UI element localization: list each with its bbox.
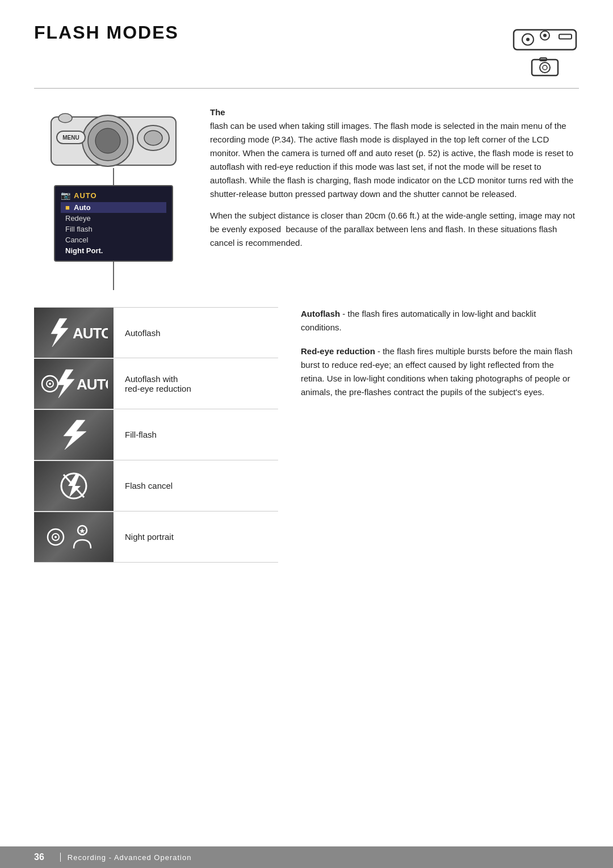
footer-section-title: Recording - Advanced Operation [68,853,192,862]
lcd-menu-item-nightport: Night Port. [61,245,166,256]
flash-row-flashcancel: Flash cancel [34,460,278,511]
nightportrait-label-text: Night portrait [125,532,174,542]
autoflash-description: Autoflash - the flash fires automaticall… [301,307,579,334]
flash-row-fillflash: Fill-flash [34,409,278,460]
camera-body-icon [531,57,559,77]
lcd-item-label-1: Auto [74,203,91,212]
autoflash-icon-cell: AUTO [34,308,114,358]
page-footer: 36 Recording - Advanced Operation [0,846,613,868]
autoflash-desc-title: Autoflash [301,309,340,318]
svg-text:AUTO: AUTO [77,376,108,393]
lcd-menu-item-auto: ■ Auto [61,202,166,213]
autoflash-icon: AUTO [40,316,108,350]
left-panel: MENU 📷 AUTO ■ Auto Red [34,100,193,290]
fillflash-icon [40,418,108,452]
lcd-item-label-5: Night Port. [65,246,103,255]
page-title: FLASH MODES [34,23,494,43]
autoflash-label: Autoflash [114,322,278,343]
svg-marker-19 [51,318,68,347]
redeye-icon-cell: AUTO [34,359,114,409]
flashcancel-icon-cell [34,461,114,511]
svg-point-23 [49,383,51,385]
fillflash-label: Fill-flash [114,424,278,445]
lcd-header: 📷 AUTO [61,191,166,200]
svg-point-32 [54,536,57,538]
right-panel: The flash can be used when taking still … [210,100,579,290]
fillflash-icon-cell [34,410,114,460]
svg-rect-4 [559,35,572,39]
camera-icon-area [511,23,579,77]
nightportrait-label: Night portrait [114,526,278,547]
lcd-camera-icon: 📷 [61,191,70,200]
intro-paragraph-1: The flash can be used when taking still … [210,106,579,201]
main-content: MENU 📷 AUTO ■ Auto Red [34,100,579,290]
redeye-label-text: Autoflash withred-eye reduction [125,374,191,393]
page-header: FLASH MODES [34,23,579,77]
footer-page-number: 36 [34,852,44,862]
fillflash-label-text: Fill-flash [125,430,157,439]
flash-modes-grid: AUTO Autoflash [34,307,278,563]
redeye-desc-title: Red-eye reduction [301,346,375,356]
camera-top-icon [511,23,579,57]
flash-row-redeye: AUTO Autoflash withred-eye reduction [34,358,278,409]
lcd-menu-item-fillflash: Fill flash [61,224,166,234]
title-block: FLASH MODES [34,23,494,43]
svg-marker-26 [64,420,86,450]
svg-point-5 [526,38,530,41]
lcd-screen: 📷 AUTO ■ Auto Redeye Fill flash Cancel [54,185,173,262]
flash-row-nightportrait: Night portrait [34,511,278,563]
flashcancel-icon [40,469,108,503]
svg-point-3 [543,34,547,37]
lcd-mode: AUTO [74,191,97,200]
lcd-menu-item-cancel: Cancel [61,234,166,245]
redeye-icon: AUTO [40,367,108,401]
svg-text:MENU: MENU [62,135,79,141]
intro-paragraph-2: When the subject distance is closer than… [210,209,579,250]
flash-modes-section: AUTO Autoflash [34,307,579,563]
svg-point-7 [540,62,550,73]
lcd-item-label-4: Cancel [65,236,88,244]
lcd-bullet: ■ [65,203,70,212]
svg-marker-24 [57,370,74,398]
footer-divider [60,853,61,862]
redeye-description: Red-eye reduction - the flash fires mult… [301,345,579,399]
svg-marker-34 [79,528,85,533]
header-divider [34,88,579,89]
flash-descriptions: Autoflash - the flash fires automaticall… [301,307,579,563]
camera-diagram-svg: MENU [40,100,187,168]
svg-point-8 [543,65,547,70]
autoflash-label-text: Autoflash [125,328,161,338]
lcd-menu-item-redeye: Redeye [61,213,166,224]
nightportrait-icon-cell [34,512,114,562]
lcd-item-label-2: Redeye [65,214,91,223]
svg-text:AUTO: AUTO [73,325,108,342]
redeye-label: Autoflash withred-eye reduction [114,368,278,399]
lcd-item-label-3: Fill flash [65,225,93,233]
flashcancel-label-text: Flash cancel [125,481,173,490]
svg-point-13 [95,128,120,153]
flash-row-autoflash: AUTO Autoflash [34,307,278,358]
nightportrait-icon [40,520,108,554]
svg-point-18 [58,114,72,123]
flashcancel-label: Flash cancel [114,475,278,496]
svg-point-17 [144,131,162,145]
